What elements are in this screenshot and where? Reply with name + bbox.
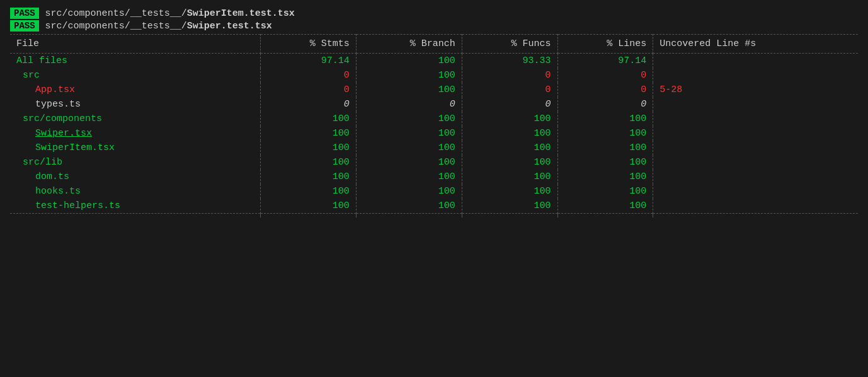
cell-branch: 100	[356, 199, 462, 214]
cell-uncovered	[653, 199, 858, 214]
cell-stmts: 100	[260, 141, 356, 155]
cell-funcs: 93.33	[462, 54, 557, 69]
cell-file: All files	[10, 54, 260, 69]
cell-branch: 100	[356, 141, 462, 155]
path-prefix-1: src/components/__tests__/	[45, 8, 187, 19]
cell-stmts: 100	[260, 112, 356, 126]
cell-lines: 100	[557, 112, 653, 126]
cell-branch: 100	[356, 170, 462, 184]
bottom-divider-row	[10, 214, 858, 218]
cell-file: src	[10, 68, 260, 83]
table-row: test-helpers.ts100100100100	[10, 199, 858, 214]
cell-stmts: 0	[260, 97, 356, 112]
pass-badge-1: PASS	[10, 8, 39, 19]
table-header-row: File % Stmts % Branch % Funcs % Lines Un…	[10, 35, 858, 54]
header-row-2: PASS src/components/__tests__/Swiper.tes…	[10, 20, 858, 32]
cell-funcs: 0	[462, 68, 557, 83]
cell-lines: 100	[557, 184, 653, 199]
path-file-2: Swiper.test.tsx	[187, 21, 272, 32]
cell-uncovered: 5-28	[653, 83, 858, 97]
cell-lines: 0	[557, 68, 653, 83]
cell-stmts: 100	[260, 184, 356, 199]
table-body: All files97.1410093.3397.14src010000App.…	[10, 54, 858, 218]
cell-funcs: 100	[462, 170, 557, 184]
cell-stmts: 100	[260, 155, 356, 170]
cell-funcs: 100	[462, 199, 557, 214]
table-row: dom.ts100100100100	[10, 170, 858, 184]
cell-file: hooks.ts	[10, 184, 260, 199]
cell-funcs: 100	[462, 141, 557, 155]
cell-branch: 100	[356, 126, 462, 141]
cell-lines: 100	[557, 155, 653, 170]
cell-stmts: 97.14	[260, 54, 356, 69]
table-row: src010000	[10, 68, 858, 83]
cell-branch: 0	[356, 97, 462, 112]
cell-funcs: 0	[462, 97, 557, 112]
table-row: types.ts0000	[10, 97, 858, 112]
pass-badge-2: PASS	[10, 20, 39, 32]
table-row: hooks.ts100100100100	[10, 184, 858, 199]
cell-lines: 100	[557, 170, 653, 184]
cell-file: dom.ts	[10, 170, 260, 184]
cell-branch: 100	[356, 54, 462, 69]
cell-stmts: 0	[260, 68, 356, 83]
cell-lines: 100	[557, 141, 653, 155]
coverage-table: File % Stmts % Branch % Funcs % Lines Un…	[10, 34, 858, 218]
table-row: Swiper.tsx100100100100	[10, 126, 858, 141]
cell-lines: 100	[557, 126, 653, 141]
table-row: App.tsx0100005-28	[10, 83, 858, 97]
cell-funcs: 100	[462, 112, 557, 126]
cell-uncovered	[653, 126, 858, 141]
header-path-1: src/components/__tests__/SwiperItem.test…	[45, 8, 295, 19]
cell-branch: 100	[356, 112, 462, 126]
cell-branch: 100	[356, 155, 462, 170]
cell-branch: 100	[356, 68, 462, 83]
cell-file: SwiperItem.tsx	[10, 141, 260, 155]
cell-stmts: 100	[260, 126, 356, 141]
cell-funcs: 100	[462, 126, 557, 141]
col-header-file: File	[10, 35, 260, 54]
cell-funcs: 100	[462, 155, 557, 170]
cell-uncovered	[653, 184, 858, 199]
cell-uncovered	[653, 155, 858, 170]
cell-file: Swiper.tsx	[10, 126, 260, 141]
cell-stmts: 0	[260, 83, 356, 97]
cell-branch: 100	[356, 184, 462, 199]
cell-uncovered	[653, 54, 858, 69]
cell-branch: 100	[356, 83, 462, 97]
cell-file: test-helpers.ts	[10, 199, 260, 214]
table-row: All files97.1410093.3397.14	[10, 54, 858, 69]
header-path-2: src/components/__tests__/Swiper.test.tsx	[45, 21, 272, 32]
table-row: SwiperItem.tsx100100100100	[10, 141, 858, 155]
header-section: PASS src/components/__tests__/SwiperItem…	[10, 8, 858, 32]
cell-file: App.tsx	[10, 83, 260, 97]
terminal: PASS src/components/__tests__/SwiperItem…	[0, 0, 868, 377]
cell-funcs: 0	[462, 83, 557, 97]
table-row: src/components100100100100	[10, 112, 858, 126]
cell-uncovered	[653, 112, 858, 126]
col-header-funcs: % Funcs	[462, 35, 557, 54]
path-prefix-2: src/components/__tests__/	[45, 21, 187, 32]
table-row: src/lib100100100100	[10, 155, 858, 170]
col-header-branch: % Branch	[356, 35, 462, 54]
cell-uncovered	[653, 68, 858, 83]
cell-stmts: 100	[260, 199, 356, 214]
cell-file: src/components	[10, 112, 260, 126]
cell-file: src/lib	[10, 155, 260, 170]
cell-uncovered	[653, 141, 858, 155]
cell-stmts: 100	[260, 170, 356, 184]
cell-lines: 97.14	[557, 54, 653, 69]
cell-lines: 100	[557, 199, 653, 214]
cell-lines: 0	[557, 83, 653, 97]
cell-file: types.ts	[10, 97, 260, 112]
header-row-1: PASS src/components/__tests__/SwiperItem…	[10, 8, 858, 19]
cell-uncovered	[653, 97, 858, 112]
col-header-stmts: % Stmts	[260, 35, 356, 54]
cell-uncovered	[653, 170, 858, 184]
path-file-1: SwiperItem.test.tsx	[187, 8, 295, 19]
col-header-uncovered: Uncovered Line #s	[653, 35, 858, 54]
cell-funcs: 100	[462, 184, 557, 199]
cell-lines: 0	[557, 97, 653, 112]
col-header-lines: % Lines	[557, 35, 653, 54]
